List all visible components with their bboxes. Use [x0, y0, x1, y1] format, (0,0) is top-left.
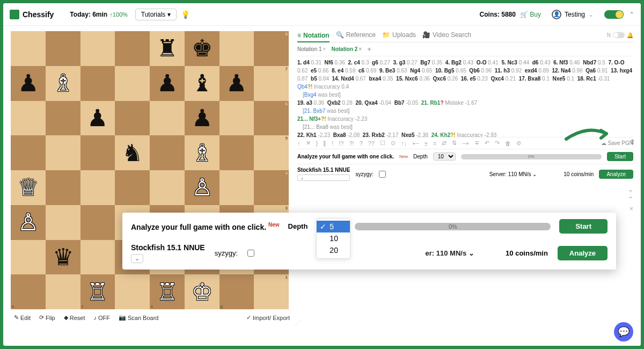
- theme-toggle[interactable]: [604, 10, 624, 19]
- annotation-button[interactable]: ⇄: [442, 140, 447, 147]
- piece[interactable]: ♙: [185, 170, 219, 205]
- hint-icon[interactable]: 💡: [181, 10, 190, 19]
- move-list[interactable]: 1. d4 0.31 Nf6 0.36 2. c4 0.3 g6 0.27 3.…: [297, 56, 633, 137]
- import-export-button[interactable]: ✓ Import/ Export: [244, 312, 292, 323]
- buy-link[interactable]: 🛒 Buy: [520, 11, 541, 18]
- annotation-button[interactable]: ?!: [349, 140, 354, 147]
- today-stat: Today: 6min: [70, 11, 107, 18]
- engine-name-small: Stockfish 15.1 NNUE: [297, 167, 350, 173]
- annotation-button[interactable]: !: [332, 140, 333, 147]
- resize-handle[interactable]: ⋰: [295, 320, 301, 325]
- chevron-up-icon[interactable]: ⌃: [628, 195, 633, 203]
- annotation-button[interactable]: }: [316, 140, 318, 147]
- close-icon[interactable]: ×: [323, 46, 326, 52]
- sub-tab-notation-1[interactable]: Notation 1×: [297, 46, 326, 52]
- piece[interactable]: ♗: [185, 135, 219, 170]
- user-menu[interactable]: 👤 Testing ⌄: [552, 10, 594, 19]
- annotation-button[interactable]: ↑: [297, 140, 301, 147]
- depth-option[interactable]: 20: [317, 244, 350, 256]
- piece[interactable]: ♕: [11, 170, 46, 205]
- piece[interactable]: ♖: [150, 274, 185, 309]
- popup-analyze-button[interactable]: Analyze: [558, 246, 608, 260]
- annotation-button[interactable]: ‖: [323, 140, 326, 147]
- scan-board-button[interactable]: 📷Scan Board: [116, 312, 160, 323]
- piece[interactable]: ♜: [150, 31, 185, 66]
- annotation-button[interactable]: 🗑: [505, 140, 511, 147]
- chevron-down-icon: ⌄: [469, 249, 474, 257]
- engine-bar-small: Stockfish 15.1 NNUE ⌄ syzygy: Server: 11…: [297, 164, 633, 184]
- piece[interactable]: ♟: [185, 101, 219, 136]
- tab-uploads[interactable]: 📁 Uploads: [382, 31, 416, 39]
- annotation-button[interactable]: +−: [412, 140, 419, 147]
- piece[interactable]: ♚: [185, 31, 219, 66]
- depth-option[interactable]: 5: [317, 221, 350, 232]
- annotation-button[interactable]: −+: [462, 140, 469, 147]
- annotation-button[interactable]: ⊘: [516, 140, 521, 147]
- n-toggle[interactable]: N🔔: [607, 32, 633, 38]
- close-icon[interactable]: ×: [358, 46, 362, 52]
- tutorials-button[interactable]: Tutorials ▾: [135, 9, 177, 20]
- annotation-button[interactable]: ✕: [306, 140, 311, 147]
- new-badge: New: [268, 222, 280, 228]
- chevron-down-icon[interactable]: ⌄: [628, 186, 633, 193]
- analyze-button-small[interactable]: Analyze: [599, 170, 633, 179]
- piece[interactable]: ♖: [80, 274, 115, 309]
- piece[interactable]: ♟: [11, 66, 46, 101]
- server-label-small[interactable]: Server: 110 MN/s ⌄: [489, 171, 537, 177]
- annotation-button[interactable]: =: [433, 140, 436, 147]
- sound-off-button[interactable]: ♪ OFF: [91, 313, 112, 323]
- annotation-button[interactable]: ☐: [380, 140, 385, 147]
- flip-button[interactable]: ⟳ Flip: [37, 312, 57, 323]
- popup-syzygy-checkbox[interactable]: [247, 250, 254, 257]
- annotation-button[interactable]: ±: [425, 140, 428, 147]
- expand-icon[interactable]: ⇕: [630, 138, 635, 146]
- popup-engine-expand[interactable]: ⌄: [131, 254, 143, 263]
- rank-label: 1: [284, 274, 289, 280]
- annotation-button[interactable]: ↷: [495, 140, 500, 147]
- annotation-button[interactable]: ↶: [485, 140, 489, 147]
- annotation-button[interactable]: ⊙: [391, 140, 396, 147]
- tab-video-search[interactable]: 🎥 Video Search: [422, 31, 471, 39]
- annotation-button[interactable]: ∓: [474, 140, 479, 147]
- right-panel: ≡ Notation 🔍 Reference 📁 Uploads 🎥 Video…: [293, 26, 641, 346]
- tab-notation[interactable]: ≡ Notation: [297, 32, 330, 42]
- piece[interactable]: ♟: [219, 66, 254, 101]
- piece[interactable]: ♟: [150, 66, 185, 101]
- piece[interactable]: ♟: [80, 101, 115, 136]
- annotation-button[interactable]: ↑↓: [401, 140, 407, 147]
- piece[interactable]: ♔: [185, 274, 219, 309]
- close-icon[interactable]: ×: [630, 205, 633, 213]
- add-tab-button[interactable]: +: [367, 45, 371, 53]
- annotation-button[interactable]: !?: [339, 140, 343, 147]
- file-label: b: [46, 303, 50, 309]
- sub-tab-notation-2[interactable]: Notation 2×: [331, 46, 362, 52]
- popup-progress: 0%: [355, 223, 551, 230]
- annotation-button[interactable]: ?: [360, 140, 363, 147]
- depth-dropdown-menu: 51020: [316, 218, 350, 259]
- piece[interactable]: ♛: [46, 240, 80, 275]
- piece[interactable]: ♗: [46, 66, 80, 101]
- piece[interactable]: ♝: [185, 66, 219, 101]
- collapse-icon[interactable]: ⌃: [629, 11, 634, 18]
- popup-server-select[interactable]: er: 110 MN/s ⌄: [426, 249, 475, 257]
- popup-start-button[interactable]: Start: [559, 219, 608, 234]
- brand-logo[interactable]: Chessify: [10, 10, 54, 19]
- analysis-popup: Analyze your full game with one click. N…: [122, 213, 616, 270]
- piece[interactable]: ♙: [11, 205, 46, 240]
- main-tabs: ≡ Notation 🔍 Reference 📁 Uploads 🎥 Video…: [297, 31, 633, 42]
- edit-button[interactable]: ✎ Edit: [12, 312, 33, 323]
- popup-cost: 10 coins/min: [506, 249, 548, 257]
- syzygy-checkbox-small[interactable]: [379, 171, 386, 178]
- engine-expand-small[interactable]: ⌄: [297, 174, 350, 181]
- piece[interactable]: ♞: [115, 135, 150, 170]
- annotation-button[interactable]: ⇅: [452, 140, 457, 147]
- reset-button[interactable]: ◆ Reset: [62, 312, 87, 323]
- depth-dropdown[interactable]: 51020: [316, 220, 346, 233]
- start-button-small[interactable]: Start: [607, 152, 633, 161]
- depth-select-small[interactable]: 10: [433, 152, 456, 161]
- depth-option[interactable]: 10: [317, 232, 350, 244]
- annotation-button[interactable]: ??: [368, 140, 375, 147]
- chat-fab[interactable]: 💬: [614, 322, 633, 341]
- tab-reference[interactable]: 🔍 Reference: [336, 31, 376, 39]
- analysis-bar-small: Analyze your full game with one click.Ne…: [297, 149, 633, 164]
